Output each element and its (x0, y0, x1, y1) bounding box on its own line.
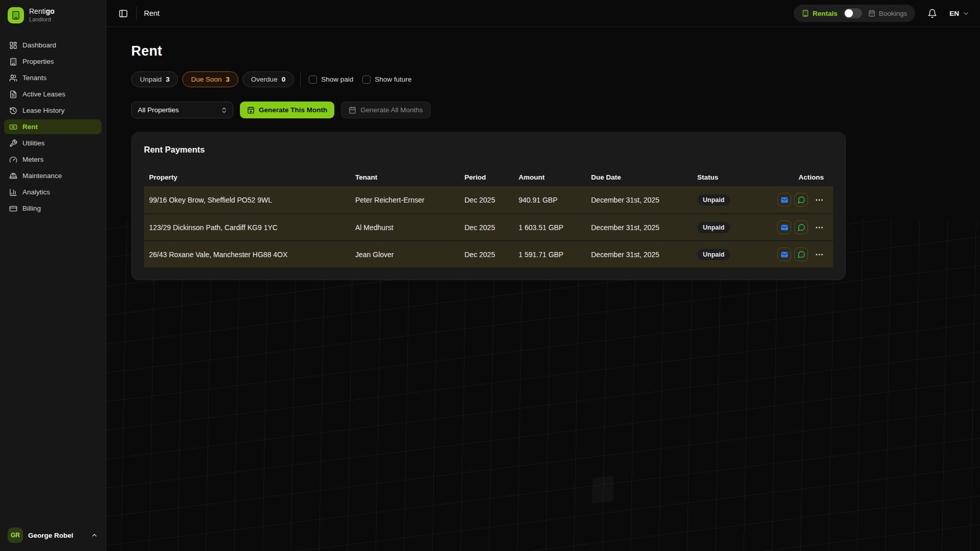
filter-row: Unpaid 3 Due Soon 3 Overdue 0 Show paid … (131, 71, 980, 87)
generate-all-months-label: Generate All Months (360, 106, 423, 114)
checkbox-icon (309, 76, 317, 84)
sidebar-item-maintenance[interactable]: Maintenance (4, 168, 102, 183)
user-menu[interactable]: GR George Robel (0, 521, 106, 551)
sidebar-item-utilities[interactable]: Utilities (4, 136, 102, 151)
sidebar-item-meters[interactable]: Meters (4, 152, 102, 167)
cell-amount: 1 603.51 GBP (513, 223, 586, 232)
sidebar-toggle-button[interactable] (116, 7, 130, 20)
table-row[interactable]: 99/16 Okey Brow, Sheffield PO52 9WL Pete… (144, 186, 833, 213)
cell-due-date: December 31st, 2025 (586, 196, 692, 204)
sidebar-item-label: Lease History (22, 107, 65, 114)
sidebar-item-label: Maintenance (22, 172, 62, 180)
rent-payments-table: Property Tenant Period Amount Due Date S… (144, 168, 833, 267)
chevrons-up-down-icon (220, 107, 228, 114)
gauge-icon (9, 156, 17, 164)
table-header: Property Tenant Period Amount Due Date S… (144, 168, 833, 186)
email-action-button[interactable] (777, 247, 791, 261)
controls-row: All Properties Generate This Month Gener… (131, 102, 980, 118)
mode-toggle-switch[interactable] (844, 8, 862, 18)
brand-logo-building-icon (8, 7, 24, 23)
show-paid-checkbox[interactable]: Show paid (309, 76, 353, 84)
bell-icon (927, 9, 937, 18)
show-future-label: Show future (375, 76, 411, 83)
sidebar-item-dashboard[interactable]: Dashboard (4, 38, 102, 53)
filter-unpaid-count: 3 (166, 76, 170, 83)
generate-this-month-label: Generate This Month (259, 106, 327, 114)
language-label: EN (949, 10, 959, 17)
chat-action-button[interactable] (794, 220, 808, 234)
brand-name: Rentigo (29, 7, 55, 16)
mode-bookings-label: Bookings (879, 10, 908, 17)
cell-tenant: Peter Reichert-Ernser (350, 196, 459, 204)
language-selector[interactable]: EN (949, 10, 970, 17)
cell-due-date: December 31st, 2025 (586, 251, 692, 259)
generate-this-month-button[interactable]: Generate This Month (240, 102, 334, 118)
building-icon (9, 58, 17, 66)
sidebar-item-label: Dashboard (22, 41, 56, 49)
calendar-icon (868, 10, 875, 17)
sidebar-item-analytics[interactable]: Analytics (4, 185, 102, 199)
sidebar-item-label: Properties (22, 58, 54, 65)
sidebar-item-tenants[interactable]: Tenants (4, 70, 102, 85)
cell-amount: 940.91 GBP (513, 196, 586, 204)
status-badge: Unpaid (697, 194, 730, 206)
show-future-checkbox[interactable]: Show future (362, 76, 411, 84)
toggle-knob (845, 9, 853, 17)
table-row[interactable]: 123/29 Dickinson Path, Cardiff KG9 1YC A… (144, 213, 833, 240)
chat-action-button[interactable] (794, 247, 808, 261)
breadcrumb: Rent (144, 9, 160, 17)
mode-rentals-label: Rentals (813, 10, 838, 17)
message-circle-icon (797, 251, 805, 259)
sidebar-item-label: Rent (22, 123, 38, 131)
filter-unpaid-button[interactable]: Unpaid 3 (131, 71, 178, 87)
filter-due-soon-count: 3 (226, 76, 230, 83)
sidebar: Rentigo Landlord Dashboard Properties Te… (0, 0, 106, 551)
cell-property: 123/29 Dickinson Path, Cardiff KG9 1YC (144, 223, 350, 232)
chevron-down-icon (962, 10, 970, 17)
filter-overdue-button[interactable]: Overdue 0 (242, 71, 294, 87)
mode-bookings[interactable]: Bookings (868, 10, 908, 17)
calendar-plus-icon (247, 106, 255, 114)
chevron-up-icon (91, 532, 98, 539)
email-action-button[interactable] (777, 220, 791, 234)
sidebar-item-rent[interactable]: Rent (4, 119, 102, 134)
row-more-button[interactable]: ⋯ (813, 249, 826, 260)
sidebar-item-label: Meters (22, 156, 43, 163)
mode-switcher: Rentals Bookings (794, 5, 915, 22)
credit-card-icon (9, 205, 17, 213)
sidebar-item-properties[interactable]: Properties (4, 54, 102, 69)
message-circle-icon (797, 223, 805, 232)
avatar: GR (8, 528, 23, 543)
cell-status: Unpaid (692, 194, 769, 206)
banknote-icon (9, 123, 17, 131)
property-filter-select[interactable]: All Properties (131, 102, 233, 118)
cell-due-date: December 31st, 2025 (586, 223, 692, 232)
table-row[interactable]: 26/43 Roxane Vale, Manchester HG88 4OX J… (144, 240, 833, 267)
hard-hat-icon (9, 172, 17, 180)
history-icon (9, 107, 17, 115)
brand[interactable]: Rentigo Landlord (0, 0, 106, 30)
generate-all-months-button[interactable]: Generate All Months (341, 102, 430, 118)
bar-chart-icon (9, 188, 17, 196)
filter-divider (300, 72, 301, 87)
chat-action-button[interactable] (794, 193, 808, 207)
row-more-button[interactable]: ⋯ (813, 195, 826, 205)
mail-icon (780, 251, 789, 259)
topbar: Rent Rentals Bookings EN (106, 0, 980, 27)
row-more-button[interactable]: ⋯ (813, 222, 826, 233)
calendar-icon (349, 106, 356, 114)
email-action-button[interactable] (777, 193, 791, 207)
mode-rentals[interactable]: Rentals (802, 10, 838, 17)
mail-icon (780, 223, 789, 232)
col-tenant: Tenant (350, 173, 459, 181)
sidebar-item-active-leases[interactable]: Active Leases (4, 87, 102, 102)
col-actions: Actions (769, 173, 833, 181)
filter-due-soon-button[interactable]: Due Soon 3 (182, 71, 238, 87)
col-amount: Amount (513, 173, 586, 181)
cell-period: Dec 2025 (459, 251, 513, 259)
notifications-button[interactable] (925, 7, 939, 20)
sidebar-item-label: Analytics (22, 188, 50, 196)
sidebar-item-lease-history[interactable]: Lease History (4, 103, 102, 118)
document-icon (9, 90, 17, 98)
sidebar-item-billing[interactable]: Billing (4, 201, 102, 216)
